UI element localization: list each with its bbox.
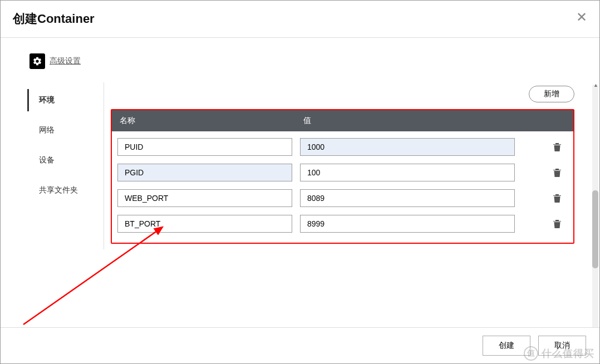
main-content: 环境 网络 设备 共享文件夹 新增 名称 值 xyxy=(1,82,591,249)
gear-icon xyxy=(29,53,45,69)
trash-icon[interactable] xyxy=(551,141,563,153)
modal-header: 创建Container ✕ xyxy=(1,1,599,38)
create-container-modal: 创建Container ✕ 高级设置 环境 网络 设备 共享文件夹 xyxy=(0,0,600,364)
modal-title: 创建Container xyxy=(13,11,95,27)
trash-icon[interactable] xyxy=(551,192,563,204)
env-name-input[interactable] xyxy=(117,215,292,233)
scrollbar-thumb[interactable] xyxy=(592,190,598,268)
add-button-row: 新增 xyxy=(111,86,574,102)
tab-shared-folder[interactable]: 共享文件夹 xyxy=(27,179,104,201)
env-name-input[interactable] xyxy=(117,189,292,207)
scroll-content: 高级设置 环境 网络 设备 共享文件夹 新增 名称 值 xyxy=(1,38,599,327)
tabs-sidebar: 环境 网络 设备 共享文件夹 xyxy=(27,82,104,249)
trash-icon[interactable] xyxy=(551,218,563,230)
modal-body: 高级设置 环境 网络 设备 共享文件夹 新增 名称 值 xyxy=(1,38,599,327)
advanced-settings-row: 高级设置 xyxy=(1,38,591,82)
env-value-input[interactable] xyxy=(300,189,515,207)
scroll-up-icon[interactable]: ▲ xyxy=(593,82,598,88)
cancel-button[interactable]: 取消 xyxy=(538,336,586,356)
column-header-value: 值 xyxy=(303,116,565,126)
table-row xyxy=(117,189,568,207)
env-value-input[interactable] xyxy=(300,215,515,233)
tab-network[interactable]: 网络 xyxy=(27,119,104,141)
table-row xyxy=(117,215,568,233)
table-row xyxy=(117,138,568,156)
tab-environment[interactable]: 环境 xyxy=(27,89,104,111)
env-table: 名称 值 xyxy=(111,109,574,244)
trash-icon[interactable] xyxy=(551,166,563,179)
table-body xyxy=(112,131,573,243)
env-name-input[interactable] xyxy=(117,138,292,156)
environment-panel: 新增 名称 值 xyxy=(104,82,591,249)
modal-footer: 创建 取消 xyxy=(1,327,599,363)
advanced-settings-link[interactable]: 高级设置 xyxy=(50,56,81,66)
table-row xyxy=(117,164,568,181)
env-value-input[interactable] xyxy=(300,164,515,181)
env-value-input[interactable] xyxy=(300,138,515,156)
table-header: 名称 值 xyxy=(112,110,573,131)
add-button[interactable]: 新增 xyxy=(529,86,574,102)
create-button[interactable]: 创建 xyxy=(483,336,530,356)
close-icon[interactable]: ✕ xyxy=(576,11,587,24)
scrollbar[interactable]: ▲ ▼ xyxy=(592,85,598,327)
column-header-name: 名称 xyxy=(120,116,303,126)
tab-device[interactable]: 设备 xyxy=(27,149,104,171)
env-name-input[interactable] xyxy=(117,164,292,181)
